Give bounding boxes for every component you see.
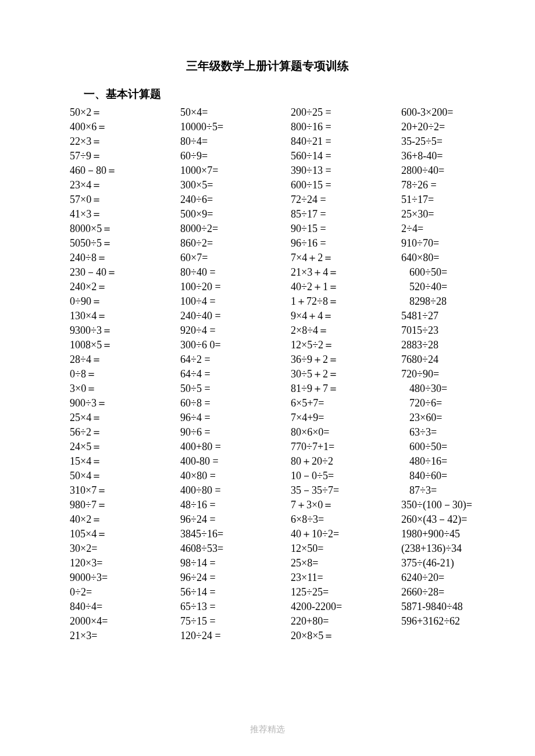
math-problem: 7015÷23 <box>401 323 506 338</box>
math-problem: 85÷17 = <box>291 207 395 222</box>
math-problem: 90÷15 = <box>291 222 395 236</box>
math-problem: 60×7= <box>180 251 285 265</box>
math-problem: 50×4＝ <box>70 469 174 483</box>
math-problem: 120÷24 = <box>180 629 285 643</box>
math-problem: 48÷16 = <box>180 498 285 512</box>
math-problem: 6×8÷3= <box>291 512 395 527</box>
math-problem: 9300÷3＝ <box>70 323 174 338</box>
math-problem: 3845÷16= <box>180 527 285 541</box>
math-problem: 2883÷28 <box>401 338 506 352</box>
math-problem: 125÷25= <box>291 585 395 600</box>
column-1: 50×2＝400×6＝22×3＝57÷9＝460－80＝23×4＝57×0＝41… <box>70 105 174 643</box>
math-problem: 96÷24 = <box>180 570 285 585</box>
math-problem: 8298÷28 <box>401 294 506 309</box>
math-problem: 57÷9＝ <box>70 149 174 163</box>
math-problem: 50÷5 = <box>180 381 285 396</box>
math-problem: 800÷16 = <box>291 120 395 134</box>
math-problem: 3×0＝ <box>70 381 174 396</box>
math-problem: 81÷9＋7＝ <box>291 381 395 396</box>
math-problem: 1000×7= <box>180 163 285 178</box>
math-problem: 98÷14 = <box>180 556 285 570</box>
math-problem: 96÷16 = <box>291 236 395 251</box>
math-problem: (238+136)÷34 <box>401 541 506 556</box>
math-problem: 400×6＝ <box>70 120 174 134</box>
math-problem: 96÷24 = <box>180 512 285 527</box>
math-problem: 25×4＝ <box>70 411 174 425</box>
math-problem: 87÷3= <box>401 483 506 498</box>
math-problem: 9000÷3= <box>70 570 174 585</box>
math-problem: 7×4+9= <box>291 411 395 425</box>
math-problem: 36÷9＋2＝ <box>291 352 395 367</box>
math-problem: 600÷50= <box>401 440 506 454</box>
math-problem: 80÷40 = <box>180 265 285 280</box>
math-problem: 25×30= <box>401 207 506 222</box>
math-problem: 20+20÷2= <box>401 120 506 134</box>
math-problem: 63÷3= <box>401 425 506 440</box>
document-page: 三年级数学上册计算题专项训练 一、基本计算题 50×2＝400×6＝22×3＝5… <box>0 0 535 756</box>
math-problem: 480÷16= <box>401 454 506 469</box>
math-problem: 300÷6 0= <box>180 338 285 352</box>
math-problem: 600÷15 = <box>291 178 395 192</box>
math-problem: 96÷4 = <box>180 411 285 425</box>
math-problem: 600-3×200= <box>401 105 506 120</box>
math-problem: 840÷21 = <box>291 134 395 149</box>
math-problem: 720÷6= <box>401 396 506 411</box>
math-problem: 60÷9= <box>180 149 285 163</box>
math-problem: 5050÷5＝ <box>70 236 174 251</box>
math-problem: 40＋10÷2= <box>291 527 395 541</box>
math-problem: 0÷2= <box>70 585 174 600</box>
math-problem: 7×4＋2＝ <box>291 251 395 265</box>
math-problem: 35－35÷7= <box>291 483 395 498</box>
math-problem: 7680÷24 <box>401 352 506 367</box>
math-problem: 560÷14 = <box>291 149 395 163</box>
math-problem: 8000×5＝ <box>70 222 174 236</box>
column-2: 50×4=10000÷5=80÷4=60÷9=1000×7=300×5=240÷… <box>180 105 285 643</box>
math-problem: 21×3= <box>70 629 174 643</box>
math-problem: 120×3= <box>70 556 174 570</box>
math-problem: 40÷2＋1＝ <box>291 280 395 294</box>
math-problem: 390÷13 = <box>291 163 395 178</box>
math-problem: 100÷4 = <box>180 294 285 309</box>
footer-text: 推荐精选 <box>0 724 535 735</box>
math-problem: 51÷17= <box>401 192 506 207</box>
math-problem: 640×80= <box>401 251 506 265</box>
math-problem: 40×2＝ <box>70 512 174 527</box>
math-problem: 2000×4= <box>70 614 174 629</box>
math-problem: 21×3＋4＝ <box>291 265 395 280</box>
math-problem: 1＋72÷8＝ <box>291 294 395 309</box>
math-problem: 23×11= <box>291 570 395 585</box>
math-problem: 5871-9840÷48 <box>401 600 506 614</box>
math-problem: 7＋3×0＝ <box>291 498 395 512</box>
math-problem: 840÷60= <box>401 469 506 483</box>
math-problem: 1980+900÷45 <box>401 527 506 541</box>
math-problem: 130×4＝ <box>70 309 174 323</box>
math-problem: 50×2＝ <box>70 105 174 120</box>
math-problem: 240×2＝ <box>70 280 174 294</box>
math-problem: 400-80 = <box>180 454 285 469</box>
math-problem: 900÷3＝ <box>70 396 174 411</box>
math-problem: 72÷24 = <box>291 192 395 207</box>
section-1-header: 一、基本计算题 <box>84 87 465 102</box>
math-problem: 240÷8＝ <box>70 251 174 265</box>
math-problem: 770÷7+1= <box>291 440 395 454</box>
math-problem: 80＋20÷2 <box>291 454 395 469</box>
math-problem: 2800÷40= <box>401 163 506 178</box>
math-problem: 40×80 = <box>180 469 285 483</box>
math-problem: 23×4＝ <box>70 178 174 192</box>
math-problem: 375÷(46-21) <box>401 556 506 570</box>
math-problem: 5481÷27 <box>401 309 506 323</box>
column-4: 600-3×200=20+20÷2=35-25÷5=36+8-40=2800÷4… <box>401 105 506 643</box>
math-problem: 56÷14 = <box>180 585 285 600</box>
math-problem: 12×5÷2＝ <box>291 338 395 352</box>
column-3: 200÷25 =800÷16 =840÷21 =560÷14 =390÷13 =… <box>291 105 395 643</box>
math-problem: 35-25÷5= <box>401 134 506 149</box>
math-problem: 720÷90= <box>401 367 506 381</box>
math-problem: 260×(43－42)= <box>401 512 506 527</box>
math-problem: 30÷5＋2＝ <box>291 367 395 381</box>
math-problem: 65÷13 = <box>180 600 285 614</box>
math-problem: 480÷30= <box>401 381 506 396</box>
math-problem: 596+3162÷62 <box>401 614 506 629</box>
math-problem: 9×4＋4＝ <box>291 309 395 323</box>
math-problem: 60÷8 = <box>180 396 285 411</box>
math-problem: 200÷25 = <box>291 105 395 120</box>
